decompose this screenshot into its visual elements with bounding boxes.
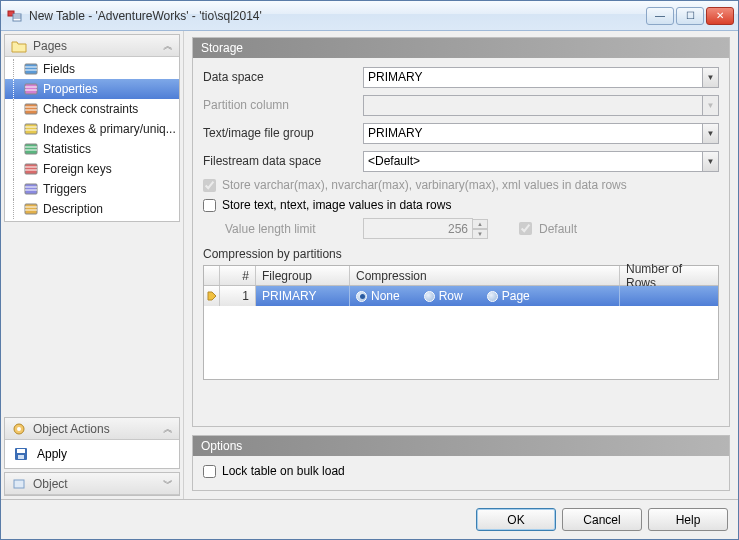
cell-number-of-rows <box>620 286 718 306</box>
spin-down-icon: ▼ <box>473 229 488 239</box>
object-actions-header[interactable]: Object Actions ︽ <box>5 418 179 440</box>
data-space-combo[interactable] <box>363 67 702 88</box>
radio-icon <box>487 291 498 302</box>
svg-rect-25 <box>25 204 37 214</box>
sidebar-item-foreign-keys[interactable]: Foreign keys <box>5 159 179 179</box>
compression-page-radio[interactable]: Page <box>487 289 530 303</box>
table-row[interactable]: 1 PRIMARY None Row Page <box>204 286 718 306</box>
storage-group: Storage Data space ▼ Partition column ▼ <box>192 37 730 427</box>
object-header[interactable]: Object ︾ <box>5 473 179 495</box>
sidebar-item-description[interactable]: Description <box>5 199 179 219</box>
row-selector-header <box>204 266 220 285</box>
svg-rect-33 <box>14 480 24 488</box>
col-filegroup[interactable]: Filegroup <box>256 266 350 285</box>
cancel-button[interactable]: Cancel <box>562 508 642 531</box>
chevron-down-icon: ︾ <box>163 477 173 491</box>
storage-header: Storage <box>193 38 729 58</box>
svg-rect-32 <box>18 455 24 459</box>
object-actions-label: Object Actions <box>33 422 110 436</box>
svg-rect-4 <box>25 64 37 74</box>
titlebar: New Table - 'AdventureWorks' - 'tio\sql2… <box>1 1 738 31</box>
text-image-combo[interactable] <box>363 123 702 144</box>
svg-point-29 <box>17 427 21 431</box>
compression-label: Compression by partitions <box>203 247 719 261</box>
compression-header-row: # Filegroup Compression Number of Rows <box>204 266 718 286</box>
col-number-of-rows[interactable]: Number of Rows <box>620 266 718 285</box>
sidebar: Pages ︽ FieldsPropertiesCheck constraint… <box>1 31 184 499</box>
save-icon <box>13 446 29 462</box>
svg-rect-13 <box>25 124 37 134</box>
page-icon <box>23 81 39 97</box>
sidebar-item-label: Foreign keys <box>43 162 112 176</box>
apply-label: Apply <box>37 447 67 461</box>
svg-rect-10 <box>25 104 37 114</box>
page-icon <box>23 161 39 177</box>
filestream-combo[interactable] <box>363 151 702 172</box>
sidebar-item-properties[interactable]: Properties <box>5 79 179 99</box>
row-handle-icon[interactable] <box>204 286 220 306</box>
sidebar-item-label: Statistics <box>43 142 91 156</box>
cell-hash: 1 <box>220 286 256 306</box>
lock-on-bulk-checkbox[interactable] <box>203 465 216 478</box>
ok-button[interactable]: OK <box>476 508 556 531</box>
folder-icon <box>11 38 27 54</box>
value-length-default-checkbox <box>519 222 532 235</box>
object-icon <box>11 476 27 492</box>
page-icon <box>23 121 39 137</box>
sidebar-item-triggers[interactable]: Triggers <box>5 179 179 199</box>
sidebar-item-label: Indexes & primary/uniq... <box>43 122 176 136</box>
close-button[interactable]: ✕ <box>706 7 734 25</box>
chevron-down-icon[interactable]: ▼ <box>702 67 719 88</box>
app-icon <box>7 8 23 24</box>
partition-column-label: Partition column <box>203 98 363 112</box>
col-hash[interactable]: # <box>220 266 256 285</box>
sidebar-item-label: Description <box>43 202 103 216</box>
sidebar-item-statistics[interactable]: Statistics <box>5 139 179 159</box>
options-group: Options Lock table on bulk load <box>192 435 730 491</box>
sidebar-item-label: Check constraints <box>43 102 138 116</box>
store-text-label: Store text, ntext, image values in data … <box>222 198 451 212</box>
data-space-label: Data space <box>203 70 363 84</box>
storage-body: Data space ▼ Partition column ▼ Text/ima… <box>193 58 729 386</box>
compression-none-radio[interactable]: None <box>356 289 400 303</box>
chevron-up-icon: ︽ <box>163 39 173 53</box>
chevron-down-icon[interactable]: ▼ <box>702 123 719 144</box>
maximize-button[interactable]: ☐ <box>676 7 704 25</box>
svg-rect-7 <box>25 84 37 94</box>
chevron-down-icon[interactable]: ▼ <box>702 151 719 172</box>
apply-action[interactable]: Apply <box>5 440 179 468</box>
cell-compression[interactable]: None Row Page <box>350 286 620 306</box>
window-title: New Table - 'AdventureWorks' - 'tio\sql2… <box>29 9 646 23</box>
pages-header[interactable]: Pages ︽ <box>5 35 179 57</box>
sidebar-item-fields[interactable]: Fields <box>5 59 179 79</box>
help-button[interactable]: Help <box>648 508 728 531</box>
value-length-input <box>363 218 473 239</box>
value-length-label: Value length limit <box>225 222 363 236</box>
sidebar-item-indexes-primary-uniq[interactable]: Indexes & primary/uniq... <box>5 119 179 139</box>
sidebar-item-label: Properties <box>43 82 98 96</box>
svg-rect-16 <box>25 144 37 154</box>
value-length-spinner: ▲ ▼ <box>363 218 503 239</box>
lock-on-bulk-label: Lock table on bulk load <box>222 464 345 478</box>
partition-column-combo <box>363 95 702 116</box>
page-icon <box>23 181 39 197</box>
svg-rect-22 <box>25 184 37 194</box>
sidebar-item-check-constraints[interactable]: Check constraints <box>5 99 179 119</box>
filestream-label: Filestream data space <box>203 154 363 168</box>
col-compression[interactable]: Compression <box>350 266 620 285</box>
sidebar-item-label: Fields <box>43 62 75 76</box>
dialog-footer: OK Cancel Help <box>1 499 738 539</box>
sidebar-item-label: Triggers <box>43 182 87 196</box>
page-icon <box>23 101 39 117</box>
object-actions-panel: Object Actions ︽ Apply <box>4 417 180 469</box>
store-text-checkbox[interactable] <box>203 199 216 212</box>
pages-tree: FieldsPropertiesCheck constraintsIndexes… <box>5 57 179 221</box>
cell-filegroup[interactable]: PRIMARY <box>256 286 350 306</box>
page-icon <box>23 141 39 157</box>
compression-row-radio[interactable]: Row <box>424 289 463 303</box>
pages-panel: Pages ︽ FieldsPropertiesCheck constraint… <box>4 34 180 222</box>
options-header: Options <box>193 436 729 456</box>
compression-table: # Filegroup Compression Number of Rows 1… <box>203 265 719 380</box>
text-image-label: Text/image file group <box>203 126 363 140</box>
minimize-button[interactable]: — <box>646 7 674 25</box>
